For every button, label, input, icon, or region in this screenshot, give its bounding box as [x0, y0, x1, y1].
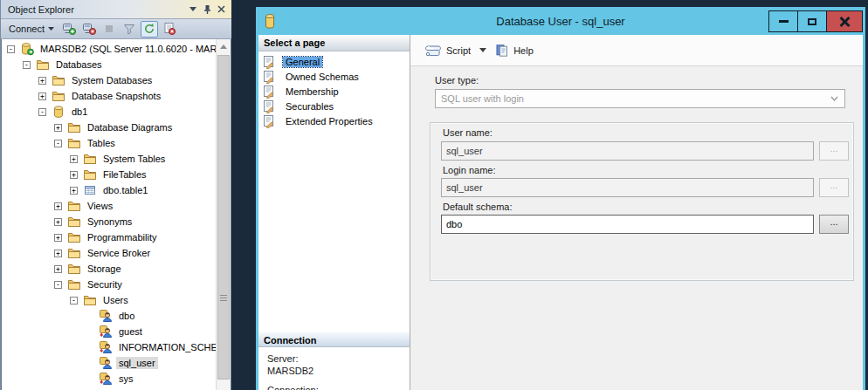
close-panel-icon[interactable]: [214, 3, 228, 17]
refresh-icon[interactable]: [141, 21, 158, 38]
tree-item-db1[interactable]: -db1: [2, 104, 216, 120]
expand-icon[interactable]: +: [70, 187, 78, 195]
tree-item-programmability[interactable]: +Programmability: [2, 229, 216, 245]
filter-icon[interactable]: [121, 21, 138, 38]
user-name-label: User name:: [443, 127, 493, 138]
tree-item-label: Users: [100, 294, 131, 306]
connection-label: Connection:: [267, 384, 406, 390]
select-a-page-header: Select a page: [258, 35, 410, 51]
tree-item-label: System Tables: [100, 153, 168, 165]
default-schema-browse-button[interactable]: ...: [819, 215, 849, 234]
tree-scrollbar[interactable]: [216, 39, 231, 390]
object-explorer-tree: -MARSDB2 (SQL Server 11.0.6020 - MARSD-D…: [2, 39, 216, 390]
tree-item-sys[interactable]: sys: [2, 371, 216, 387]
page-icon: [262, 99, 276, 113]
stop-icon: [100, 21, 118, 38]
tree-item-views[interactable]: +Views: [2, 198, 216, 214]
tree-item-label: Synonyms: [85, 216, 134, 228]
collapse-icon[interactable]: -: [54, 281, 62, 289]
tree-item-label: sys: [116, 373, 136, 385]
tree-item-information-schema[interactable]: INFORMATION_SCHEMA: [2, 339, 216, 355]
folder-icon: [67, 215, 81, 229]
page-item-label: Extended Properties: [283, 116, 375, 127]
page-item-general[interactable]: General: [262, 54, 410, 69]
folder-icon: [67, 230, 81, 244]
tree-item-label: Storage: [85, 263, 124, 275]
default-schema-field[interactable]: [441, 215, 814, 234]
expand-icon[interactable]: +: [54, 265, 62, 273]
tree-item-storage[interactable]: +Storage: [2, 261, 216, 277]
minimize-button[interactable]: [768, 10, 797, 32]
expander-spacer: [86, 375, 93, 383]
connect-button[interactable]: Connect: [5, 22, 58, 36]
expand-icon[interactable]: +: [38, 77, 46, 85]
folder-icon: [67, 120, 81, 134]
window-position-chevron-icon[interactable]: [186, 3, 200, 17]
collapse-icon[interactable]: -: [70, 297, 78, 304]
page-item-label: Owned Schemas: [283, 72, 362, 82]
database-icon: [52, 105, 65, 119]
page-icon: [262, 85, 276, 99]
page-item-extended-properties[interactable]: Extended Properties: [262, 113, 410, 128]
tree-item-database-snapshots[interactable]: +Database Snapshots: [2, 88, 216, 104]
close-button[interactable]: [826, 10, 863, 32]
user-type-select: SQL user with login: [435, 89, 845, 108]
tree-item-filetables[interactable]: +FileTables: [2, 167, 216, 182]
collapse-icon[interactable]: -: [23, 61, 31, 69]
tree-item-system-databases[interactable]: +System Databases: [2, 72, 216, 88]
expand-icon[interactable]: +: [38, 92, 46, 100]
collapse-icon[interactable]: -: [38, 108, 46, 116]
tree-item-database-diagrams[interactable]: +Database Diagrams: [2, 120, 216, 135]
disconnect-server-icon[interactable]: [80, 21, 98, 38]
tree-item-system-tables[interactable]: +System Tables: [2, 151, 216, 167]
tree-item-users[interactable]: -Users: [2, 292, 216, 308]
expand-icon[interactable]: +: [70, 155, 78, 163]
page-item-owned-schemas[interactable]: Owned Schemas: [262, 69, 410, 84]
collapse-icon[interactable]: -: [54, 140, 62, 147]
close-icon: [839, 17, 850, 27]
expand-icon[interactable]: +: [54, 202, 62, 210]
tree-item-dbo[interactable]: dbo: [2, 308, 216, 324]
expand-icon[interactable]: +: [54, 250, 62, 257]
tree-item-databases[interactable]: -Databases: [2, 57, 216, 72]
object-explorer-tree-container: -MARSDB2 (SQL Server 11.0.6020 - MARSD-D…: [1, 39, 231, 390]
maximize-icon: [808, 18, 816, 25]
tree-item-security[interactable]: -Security: [2, 277, 216, 292]
script-error-icon[interactable]: [161, 21, 178, 38]
tree-item-marsdb2-sql-server-11-0-6020-marsd[interactable]: -MARSDB2 (SQL Server 11.0.6020 - MARSD: [2, 41, 216, 57]
tree-item-sql-user[interactable]: sql_user: [2, 355, 216, 371]
tree-item-guest[interactable]: guest: [2, 324, 216, 339]
help-button[interactable]: Help: [492, 41, 537, 60]
expand-icon[interactable]: +: [70, 171, 78, 179]
expand-icon[interactable]: +: [54, 234, 62, 242]
scrollbar-thumb[interactable]: [217, 55, 230, 380]
folder-icon: [52, 89, 65, 103]
script-scroll-icon: [424, 44, 442, 57]
tree-item-tables[interactable]: -Tables: [2, 135, 216, 151]
scrollbar-up-arrow-icon[interactable]: [217, 39, 231, 53]
select-a-page-panel: Select a page GeneralOwned SchemasMember…: [258, 35, 410, 390]
page-item-securables[interactable]: Securables: [262, 99, 410, 113]
login-name-field: [441, 178, 814, 197]
tree-item-label: FileTables: [100, 168, 149, 181]
dialog-titlebar[interactable]: Database User - sql_user: [256, 7, 865, 35]
script-button[interactable]: Script: [421, 42, 474, 59]
tree-item-service-broker[interactable]: +Service Broker: [2, 245, 216, 261]
tree-item-label: guest: [116, 325, 145, 338]
tree-item-synonyms[interactable]: +Synonyms: [2, 214, 216, 229]
expander-spacer: [86, 328, 93, 336]
expand-icon[interactable]: +: [54, 218, 62, 226]
window-buttons: [768, 10, 863, 32]
server-icon: [20, 42, 34, 56]
collapse-icon[interactable]: -: [7, 45, 15, 53]
script-dropdown-icon[interactable]: [479, 48, 486, 52]
maximize-button[interactable]: [797, 10, 826, 32]
connect-server-icon[interactable]: [60, 21, 78, 38]
folder-icon: [83, 152, 97, 166]
expand-icon[interactable]: +: [54, 124, 62, 132]
tree-item-dbo-table1[interactable]: +dbo.table1: [2, 182, 216, 198]
page-item-membership[interactable]: Membership: [262, 84, 410, 99]
pin-icon[interactable]: [200, 3, 214, 17]
connection-header: Connection: [258, 332, 410, 347]
folder-icon: [83, 168, 97, 181]
